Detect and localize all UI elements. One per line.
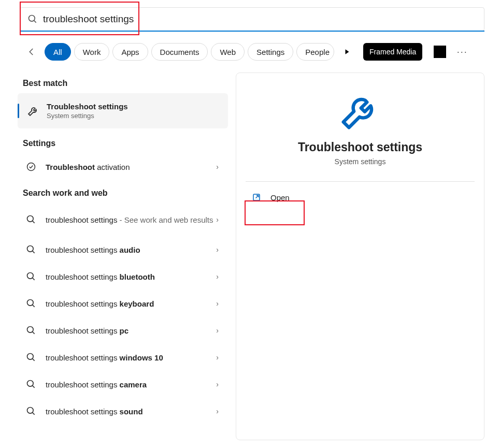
web-result-windows-10[interactable]: troubleshoot settings windows 10 ›	[18, 344, 228, 371]
detail-panel: Troubleshoot settings System settings Op…	[236, 73, 484, 440]
check-circle-icon	[26, 162, 36, 172]
best-match-result[interactable]: Troubleshoot settings System settings	[18, 93, 228, 128]
wrench-icon	[27, 105, 39, 117]
svg-line-19	[33, 413, 35, 415]
web-result-label: troubleshoot settings bluetooth	[46, 272, 155, 281]
section-best-match: Best match	[18, 79, 228, 93]
tab-web[interactable]: Web	[211, 43, 245, 61]
web-result-camera[interactable]: troubleshoot settings camera ›	[18, 371, 228, 398]
search-icon	[26, 298, 36, 309]
search-icon	[26, 406, 36, 416]
chevron-right-icon: ›	[216, 407, 219, 415]
svg-line-5	[33, 221, 35, 223]
back-button[interactable]	[23, 43, 40, 61]
svg-line-15	[33, 359, 35, 361]
filter-tabs-row: All Work Apps Documents Web Settings Peo…	[23, 43, 471, 61]
svg-line-9	[33, 278, 35, 280]
svg-point-0	[29, 16, 35, 22]
svg-line-13	[33, 332, 35, 334]
chevron-right-icon: ›	[216, 215, 219, 224]
open-label: Open	[270, 193, 290, 202]
wrench-icon	[338, 89, 382, 133]
chevron-right-icon: ›	[216, 163, 219, 171]
section-search-work-web: Search work and web	[18, 180, 228, 203]
web-result-sound[interactable]: troubleshoot settings sound ›	[18, 398, 228, 425]
svg-point-14	[27, 354, 34, 360]
best-match-subtitle: System settings	[47, 112, 128, 120]
svg-point-12	[27, 327, 34, 333]
chevron-right-icon: ›	[216, 326, 219, 335]
chevron-right-icon: ›	[216, 380, 219, 388]
tabs-scroll-right[interactable]	[338, 43, 356, 61]
search-box[interactable]	[20, 7, 484, 31]
web-result-label: troubleshoot settings windows 10	[46, 353, 163, 362]
tab-apps[interactable]: Apps	[112, 43, 148, 61]
svg-point-10	[27, 300, 34, 306]
chevron-right-icon: ›	[216, 245, 219, 254]
svg-line-7	[33, 251, 35, 253]
search-underline	[20, 31, 484, 32]
svg-line-1	[34, 21, 36, 23]
detail-subtitle: System settings	[236, 157, 484, 166]
svg-point-8	[27, 273, 34, 279]
svg-point-16	[27, 381, 34, 387]
open-button[interactable]: Open	[236, 185, 484, 210]
svg-marker-2	[345, 49, 349, 54]
tab-people[interactable]: People	[296, 43, 334, 61]
web-result-keyboard[interactable]: troubleshoot settings keyboard ›	[18, 290, 228, 317]
svg-point-4	[27, 216, 34, 222]
search-input[interactable]	[43, 13, 477, 25]
more-button[interactable]: ···	[453, 43, 471, 61]
framed-media-button[interactable]: Framed Media	[363, 43, 422, 61]
search-icon	[26, 214, 36, 225]
tab-settings[interactable]: Settings	[248, 43, 293, 61]
web-result-audio[interactable]: troubleshoot settings audio ›	[18, 236, 228, 263]
svg-line-17	[33, 386, 35, 388]
web-result-label: troubleshoot settings - See work and web…	[46, 215, 213, 224]
svg-line-11	[33, 305, 35, 307]
chevron-right-icon: ›	[216, 272, 219, 281]
settings-result-label: Troubleshoot activation	[46, 163, 130, 171]
best-match-title: Troubleshoot settings	[47, 102, 128, 111]
tab-documents[interactable]: Documents	[151, 43, 208, 61]
search-icon	[26, 244, 36, 255]
results-column: Best match Troubleshoot settings System …	[18, 79, 228, 425]
section-settings: Settings	[18, 137, 228, 153]
svg-point-18	[27, 408, 34, 414]
settings-result-troubleshoot-activation[interactable]: Troubleshoot activation ›	[18, 153, 228, 180]
svg-point-6	[27, 246, 34, 252]
chevron-right-icon: ›	[216, 299, 219, 308]
web-result-see-work-web[interactable]: troubleshoot settings - See work and web…	[18, 203, 228, 236]
web-result-label: troubleshoot settings sound	[46, 407, 143, 416]
web-result-pc[interactable]: troubleshoot settings pc ›	[18, 317, 228, 344]
web-result-bluetooth[interactable]: troubleshoot settings bluetooth ›	[18, 263, 228, 290]
search-icon	[27, 14, 38, 24]
open-external-icon	[252, 193, 261, 202]
chevron-right-icon: ›	[216, 353, 219, 362]
search-icon	[26, 352, 36, 363]
web-result-label: troubleshoot settings audio	[46, 245, 140, 254]
search-icon	[26, 325, 36, 336]
detail-title: Troubleshoot settings	[236, 140, 484, 154]
divider	[246, 181, 475, 182]
search-icon	[26, 271, 36, 282]
web-result-label: troubleshoot settings keyboard	[46, 299, 154, 308]
web-result-label: troubleshoot settings pc	[46, 326, 128, 335]
more-icon: ···	[457, 47, 468, 57]
search-icon	[26, 379, 36, 389]
tab-work[interactable]: Work	[74, 43, 110, 61]
tab-all[interactable]: All	[45, 43, 71, 61]
account-square[interactable]	[434, 46, 446, 58]
svg-point-3	[27, 163, 35, 171]
web-result-label: troubleshoot settings camera	[46, 380, 147, 389]
